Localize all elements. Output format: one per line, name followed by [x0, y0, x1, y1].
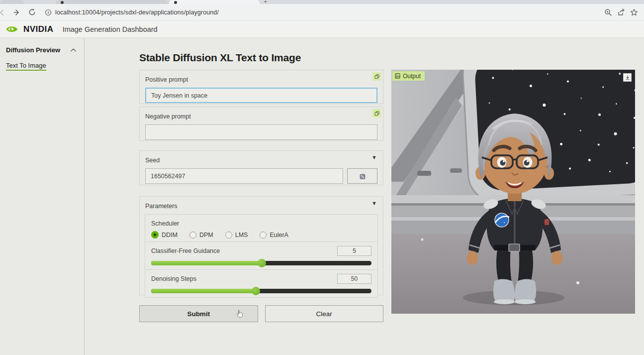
- slider-thumb[interactable]: [252, 287, 260, 295]
- slider-fill: [151, 289, 256, 293]
- browser-tab-strip: +: [0, 0, 644, 4]
- cfg-box: Classifier-Free Guidance: [145, 242, 378, 270]
- negative-prompt-panel: Negative prompt: [139, 107, 383, 141]
- radio-icon[interactable]: [260, 232, 267, 238]
- browser-tab-active[interactable]: [169, 0, 260, 4]
- page-title: Stable Diffusion XL Text to Image: [139, 52, 301, 64]
- new-tab-button[interactable]: +: [262, 0, 269, 4]
- radio-icon[interactable]: [151, 231, 159, 238]
- nvidia-eye-icon: [6, 24, 20, 34]
- copy-icon: [374, 74, 379, 79]
- radio-icon[interactable]: [225, 232, 232, 238]
- sidebar-section-diffusion-preview[interactable]: Diffusion Preview: [0, 38, 84, 54]
- negative-prompt-input[interactable]: [145, 124, 377, 140]
- seed-input[interactable]: [145, 168, 343, 184]
- share-icon[interactable]: [617, 8, 625, 16]
- scheduler-box: Scheduler DDIMDPMLMSEulerA: [145, 214, 378, 242]
- radio-label: DDIM: [162, 232, 178, 238]
- submit-label: Submit: [187, 310, 210, 318]
- sidebar-section-label: Diffusion Preview: [6, 46, 60, 54]
- chevron-up-icon: [71, 48, 76, 52]
- seed-panel: ▼ Seed: [139, 150, 383, 185]
- positive-prompt-panel: Positive prompt: [139, 70, 383, 104]
- steps-value-input[interactable]: [337, 274, 371, 284]
- dice-icon: [359, 173, 366, 180]
- copy-positive-prompt-button[interactable]: [372, 72, 381, 81]
- copy-negative-prompt-button[interactable]: [372, 109, 381, 118]
- browser-reload-button[interactable]: [26, 6, 38, 18]
- parameters-collapse-caret-icon[interactable]: ▼: [371, 201, 377, 206]
- download-icon: [625, 75, 630, 80]
- radio-label: LMS: [235, 232, 248, 238]
- randomize-seed-button[interactable]: [347, 168, 377, 184]
- scheduler-label: Scheduler: [151, 220, 179, 227]
- clear-label: Clear: [316, 310, 332, 318]
- radio-label: EulerA: [270, 232, 288, 238]
- cfg-value-input[interactable]: [337, 246, 371, 256]
- app-header: NVIDIA Image Generation Dashboard: [0, 21, 644, 38]
- steps-label: Denoising Steps: [151, 275, 196, 282]
- scheduler-radio-group: DDIMDPMLMSEulerA: [151, 231, 371, 238]
- zoom-icon[interactable]: [604, 8, 612, 16]
- cfg-label: Classifier-Free Guidance: [151, 247, 220, 254]
- slider-thumb[interactable]: [258, 259, 266, 267]
- browser-tab[interactable]: [0, 0, 24, 4]
- browser-window: + localhost:10004/projects/sdxl-dev/appl…: [0, 0, 644, 355]
- radio-label: DPM: [199, 232, 213, 238]
- address-bar[interactable]: localhost:10004/projects/sdxl-dev/applic…: [45, 6, 604, 19]
- negative-prompt-label: Negative prompt: [145, 113, 191, 120]
- parameters-panel: ▼ Parameters Scheduler DDIMDPMLMSEulerA …: [139, 196, 383, 295]
- browser-tab[interactable]: [56, 0, 168, 4]
- steps-box: Denoising Steps: [145, 270, 378, 298]
- output-badge-label: Output: [403, 73, 421, 80]
- seed-collapse-caret-icon[interactable]: ▼: [371, 155, 377, 160]
- scheduler-option-dpm[interactable]: DPM: [189, 232, 213, 238]
- page-content: Diffusion Preview Text To Image Stable D…: [0, 38, 644, 355]
- nvidia-logo: NVIDIA: [6, 24, 54, 34]
- clear-button[interactable]: Clear: [265, 305, 384, 322]
- scheduler-option-ddim[interactable]: DDIM: [151, 231, 178, 238]
- site-info-icon[interactable]: [45, 9, 52, 16]
- brand-name: NVIDIA: [23, 24, 54, 34]
- copy-icon: [374, 111, 379, 116]
- seed-label: Seed: [145, 157, 160, 164]
- sidebar-item-text-to-image[interactable]: Text To Image: [6, 62, 46, 71]
- output-image: [391, 70, 635, 314]
- scheduler-option-lms[interactable]: LMS: [225, 232, 248, 238]
- sidebar: Diffusion Preview Text To Image: [0, 38, 85, 355]
- browser-forward-button[interactable]: [11, 6, 23, 18]
- mouse-cursor-icon: [236, 309, 243, 318]
- positive-prompt-input[interactable]: [145, 88, 377, 103]
- app-title: Image Generation Dashboard: [63, 25, 158, 33]
- image-icon: [395, 73, 400, 79]
- cfg-slider[interactable]: [151, 259, 371, 267]
- output-panel: Output: [391, 70, 635, 314]
- scheduler-option-eulera[interactable]: EulerA: [260, 232, 288, 238]
- browser-back-button[interactable]: [0, 6, 8, 18]
- parameters-label: Parameters: [145, 203, 178, 210]
- browser-toolbar: localhost:10004/projects/sdxl-dev/applic…: [0, 4, 644, 21]
- download-output-button[interactable]: [623, 73, 632, 82]
- radio-icon[interactable]: [189, 232, 196, 238]
- slider-fill: [151, 261, 262, 265]
- steps-slider[interactable]: [151, 287, 371, 295]
- output-badge: Output: [392, 71, 425, 81]
- bookmark-star-icon[interactable]: [630, 8, 638, 16]
- url-text: localhost:10004/projects/sdxl-dev/applic…: [55, 9, 219, 16]
- submit-button[interactable]: Submit: [139, 305, 258, 322]
- positive-prompt-label: Positive prompt: [145, 76, 188, 83]
